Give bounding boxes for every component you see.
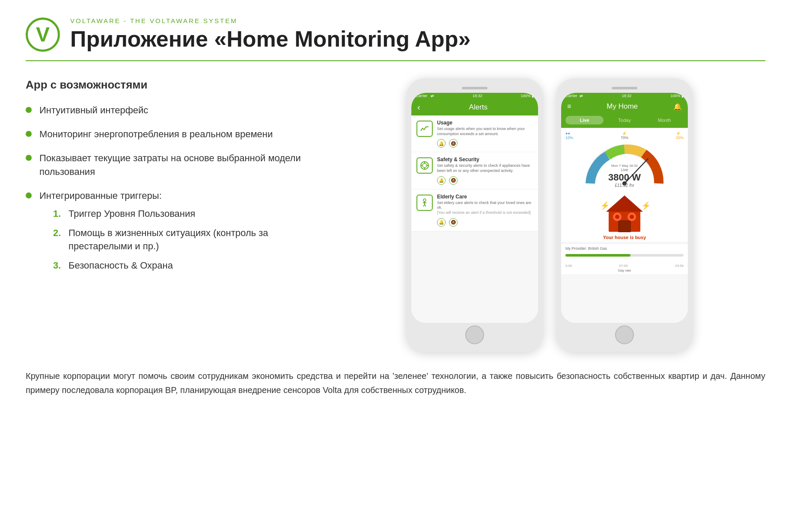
safety-icon — [416, 157, 433, 174]
tab-month[interactable]: Month — [645, 116, 684, 124]
alert-text-usage: Usage Set usage alerts when you want to … — [437, 120, 533, 148]
gauge-mode: Live — [608, 168, 641, 172]
sub-text: Безопасность & Охрана — [68, 259, 173, 272]
svg-text:⚡: ⚡ — [641, 201, 651, 210]
features-list: Интуитивный интерфейс Мониторинг энергоп… — [26, 103, 317, 278]
menu-icon[interactable]: ≡ — [567, 103, 571, 110]
myhome-content: ●● 10% ⚡ 70% ⚡20% — [561, 128, 688, 323]
day-rate-label: Day rate — [565, 269, 684, 272]
list-item: Показывает текущие затраты на основе выб… — [26, 151, 317, 179]
features-title: App с возможностями — [26, 78, 317, 92]
battery-icon: ▮ — [532, 94, 534, 98]
phone-screen: Carrier ⇄ 18:32 100% ▮ ‹ Alerts — [411, 93, 538, 323]
logo-v-icon: V — [36, 24, 50, 45]
provider-section: My Provider: British Gas 0:00 07:00 23:5… — [561, 243, 688, 274]
bullet-dot-icon — [26, 155, 32, 161]
carrier-label: Carrier ⇄ — [416, 94, 434, 98]
alert-elderly: Elderly Care Set eldery care alerts to c… — [411, 189, 538, 231]
time-bar-labels: 0:00 07:00 23:59 — [565, 264, 684, 268]
elderly-icon — [416, 195, 433, 211]
sub-text: Помощь в жизненных ситуациях (контроль з… — [68, 227, 317, 253]
gauge-label-low: ●● 10% — [565, 131, 573, 140]
bell-off-icon[interactable]: 🔕 — [449, 218, 458, 227]
gauge-price: £11.32 /hr — [608, 183, 641, 188]
house-busy-label: Your house is busy — [603, 235, 646, 240]
alert-text-elderly: Elderly Care Set eldery care alerts to c… — [437, 194, 533, 227]
gauge-label-mid: ⚡ 70% — [621, 131, 628, 140]
time-bar-fill — [565, 254, 630, 257]
tab-live[interactable]: Live — [565, 116, 604, 124]
sub-list-item: 1. Триггер Уровня Пользования — [53, 207, 317, 221]
sub-list-item: 2. Помощь в жизненных ситуациях (контрол… — [53, 227, 317, 253]
list-item: Интуитивный интерфейс — [26, 103, 317, 117]
alert-bells: 🔔 🔕 — [437, 218, 533, 227]
feature-text: Показывает текущие затраты на основе выб… — [39, 151, 317, 179]
svg-text:⚡: ⚡ — [600, 201, 610, 210]
sub-text: Триггер Уровня Пользования — [68, 207, 195, 221]
phone-alerts: Carrier ⇄ 18:32 100% ▮ ‹ Alerts — [406, 78, 543, 352]
bell-on-icon[interactable]: 🔔 — [437, 218, 446, 227]
provider-label: My Provider: British Gas — [565, 246, 684, 251]
bell-nav-icon[interactable]: 🔔 — [673, 103, 682, 111]
alert-text-safety: Safety & Security Set safety & security … — [437, 157, 533, 184]
time-end: 23:59 — [675, 264, 684, 268]
sub-num: 3. — [53, 259, 63, 272]
alerts-list: Usage Set usage alerts when you want to … — [411, 115, 538, 323]
alert-title: Elderly Care — [437, 194, 533, 200]
feature-text: Мониторинг энергопотребления в реальном … — [39, 127, 273, 141]
bell-on-icon[interactable]: 🔔 — [437, 176, 446, 185]
usage-icon — [416, 121, 433, 137]
sub-num: 2. — [53, 227, 63, 240]
time-mid: 07:00 — [619, 264, 628, 268]
phone-speaker — [612, 87, 637, 89]
time-start: 0:00 — [565, 264, 572, 268]
home-button[interactable] — [615, 325, 634, 344]
divider — [26, 60, 765, 61]
time-label: 18:32 — [622, 94, 632, 98]
bell-off-icon[interactable]: 🔕 — [449, 139, 458, 148]
feature-text: Интегрированные триггеры: — [39, 190, 162, 201]
phones-container: Carrier ⇄ 18:32 100% ▮ ‹ Alerts — [334, 78, 765, 352]
logo-circle: V — [26, 18, 60, 52]
svg-point-21 — [630, 215, 634, 219]
list-item: Мониторинг энергопотребления в реальном … — [26, 127, 317, 141]
status-bar: Carrier ⇄ 18:32 100% ▮ — [411, 93, 538, 99]
header: V VOLTAWARE - THE VOLTAWARE SYSTEM Прило… — [26, 17, 765, 52]
gauge-svg: Mon 7 May 18:32 Live 3800 W £11.32 /hr — [582, 141, 667, 188]
alert-bells: 🔔 🔕 — [437, 139, 533, 148]
bullet-dot-icon — [26, 107, 32, 113]
gauge-labels: ●● 10% ⚡ 70% ⚡20% — [565, 131, 684, 140]
main-content: App с возможностями Интуитивный интерфей… — [26, 78, 765, 352]
phone-speaker — [462, 87, 488, 89]
header-text: VOLTAWARE - THE VOLTAWARE SYSTEM Приложе… — [70, 17, 470, 52]
svg-line-9 — [423, 204, 425, 207]
svg-marker-16 — [606, 195, 643, 212]
carrier-label: Carrier ⇄ — [565, 94, 583, 98]
gauge-area: ●● 10% ⚡ 70% ⚡20% — [561, 128, 688, 189]
bullet-dot-icon — [26, 131, 32, 137]
feature-text: Интуитивный интерфейс — [39, 103, 148, 117]
wifi-icon: ⇄ — [431, 94, 434, 98]
bell-off-icon[interactable]: 🔕 — [449, 176, 458, 185]
phone-top — [561, 83, 688, 93]
battery-label: 100% ▮ — [520, 94, 534, 98]
gauge-label-high: ⚡20% — [676, 131, 684, 140]
sub-list-item: 3. Безопасность & Охрана — [53, 259, 317, 272]
tab-today[interactable]: Today — [605, 116, 643, 124]
alerts-nav-bar: ‹ Alerts — [411, 99, 538, 115]
bell-on-icon[interactable]: 🔔 — [437, 139, 446, 148]
svg-line-10 — [425, 204, 426, 207]
alert-bells: 🔔 🔕 — [437, 176, 533, 185]
bullet-dot-icon — [26, 192, 32, 198]
tabs-row: Live Today Month — [561, 114, 688, 128]
time-label: 18:32 — [473, 94, 482, 98]
bottom-paragraph: Крупные корпорации могут помочь своим со… — [26, 369, 765, 397]
gauge-watts: 3800 W — [608, 172, 641, 183]
home-button[interactable] — [465, 325, 484, 344]
brand-tagline: VOLTAWARE - THE VOLTAWARE SYSTEM — [70, 17, 470, 24]
battery-label: 100% ▮ — [670, 94, 684, 98]
back-button[interactable]: ‹ — [417, 102, 420, 112]
myhome-nav-title: My Home — [607, 102, 638, 111]
phone-screen: Carrier ⇄ 18:32 100% ▮ ≡ My Home 🔔 Li — [561, 93, 688, 323]
phone-myhome: Carrier ⇄ 18:32 100% ▮ ≡ My Home 🔔 Li — [556, 78, 693, 352]
